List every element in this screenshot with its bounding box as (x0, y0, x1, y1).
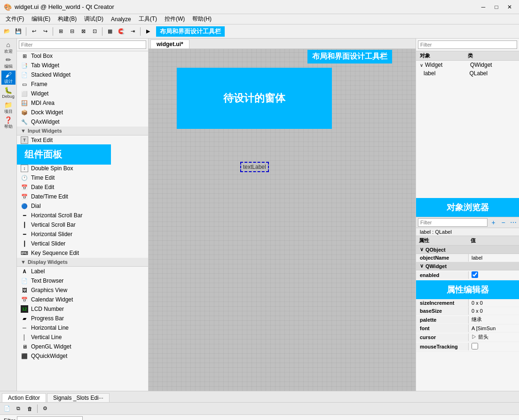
prop-objectname-value[interactable]: label (469, 254, 519, 262)
list-item[interactable]: ⌨Key Sequence Edit (17, 248, 148, 258)
property-minus-btn[interactable]: − (499, 218, 507, 227)
prop-sizeincrement-value: 0 x 0 (469, 299, 519, 307)
list-item[interactable]: ┃Vertical Slider (17, 239, 148, 248)
property-table: ∨ QObject objectName label ∨ QWidget ena… (416, 246, 519, 391)
property-filter-input[interactable] (418, 218, 488, 227)
list-item[interactable]: ━Horizontal Slider (17, 230, 148, 239)
list-item[interactable]: TText Edit (17, 135, 148, 145)
tab-action-editor[interactable]: Action Editor (2, 393, 46, 402)
tb-save-btn[interactable]: 💾 (13, 26, 24, 37)
prop-mousetracking-checkbox[interactable] (472, 343, 478, 349)
tb-undo-btn[interactable]: ↩ (29, 26, 39, 37)
item-label: Vertical Line (31, 334, 62, 341)
tree-widget-name: Widget (425, 62, 470, 68)
prop-header-value: 值 (468, 236, 519, 245)
prop-sizeincrement-label: sizeIncrement (416, 299, 469, 307)
list-item[interactable]: │Vertical Line (17, 333, 148, 342)
menu-analyze[interactable]: Analyze (107, 15, 135, 24)
tb-preview-btn[interactable]: ▶ (143, 26, 153, 37)
tb-grid-btn[interactable]: ▦ (105, 26, 115, 37)
prop-section-qwidget[interactable]: ∨ QWidget (416, 262, 519, 270)
list-item[interactable]: ┃Vertical Scroll Bar (17, 220, 148, 230)
mode-welcome[interactable]: ⌂ 欢迎 (1, 40, 16, 55)
tb-snap-btn[interactable]: 🧲 (116, 26, 126, 37)
tb-layout2-btn[interactable]: ⊟ (67, 26, 77, 37)
tb-tab-btn[interactable]: ⇥ (127, 26, 138, 37)
action-new-btn[interactable]: 📄 (2, 404, 12, 414)
component-filter (17, 39, 148, 51)
property-add-btn[interactable]: + (489, 218, 497, 227)
tb-redo-btn[interactable]: ↪ (40, 26, 50, 37)
mode-help[interactable]: ❓ 帮助 (1, 116, 16, 130)
tab-signals-slots[interactable]: Signals _Slots Edi··· (47, 393, 110, 402)
component-filter-input[interactable] (19, 40, 146, 49)
action-del-btn[interactable]: 🗑 (24, 404, 35, 414)
property-more-btn[interactable]: ⋯ (509, 218, 517, 227)
item-label: Vertical Slider (31, 240, 65, 247)
prop-enabled-checkbox[interactable] (472, 271, 478, 278)
menu-edit[interactable]: 编辑(E) (28, 14, 54, 24)
menu-help[interactable]: 帮助(H) (189, 14, 215, 24)
list-item[interactable]: ▰Progress Bar (17, 314, 148, 323)
title-text: widget.ui @ Hello_world - Qt Creator (15, 3, 478, 10)
list-item[interactable]: ALabel (17, 267, 148, 276)
item-label: Tool Box (31, 53, 53, 59)
list-item[interactable]: ─Horizontal Line (17, 323, 148, 333)
tb-layout3-btn[interactable]: ⊠ (78, 26, 88, 37)
menu-build[interactable]: 构建(B) (54, 14, 80, 24)
action-cfg-btn[interactable]: ⚙ (40, 404, 50, 414)
tree-row[interactable]: ∨ Widget QWidget (416, 61, 519, 69)
list-item[interactable]: 📅Calendar Widget (17, 295, 148, 304)
mode-debug[interactable]: 🐛 Debug (1, 86, 16, 100)
list-item[interactable]: ━Horizontal Scroll Bar (17, 211, 148, 220)
tree-expand-icon: ∨ (420, 63, 423, 68)
list-item[interactable]: 📄Text Browser (17, 276, 148, 285)
section-display-widgets[interactable]: ▼Display Widgets (17, 258, 148, 267)
list-item[interactable]: ⊞Tool Box (17, 51, 148, 61)
list-item[interactable]: ↕Double Spin Box (17, 164, 148, 173)
tb-layout4-btn[interactable]: ⊡ (89, 26, 100, 37)
mode-design[interactable]: 🖌 设计 (1, 71, 16, 85)
mode-projects[interactable]: 📁 项目 (1, 101, 16, 115)
action-filter-input[interactable] (17, 416, 83, 420)
canvas-inner[interactable]: 待设计的窗体 textLabel 布局和界面设计工具栏 (149, 49, 416, 391)
list-item[interactable]: 🖼Graphics View (17, 285, 148, 295)
list-item[interactable]: 🪟MDI Area (17, 98, 148, 108)
list-item[interactable]: ▭Frame (17, 79, 148, 89)
menu-tools[interactable]: 工具(T) (135, 14, 161, 24)
prop-mousetracking-label: mouseTracking (416, 343, 469, 350)
object-filter-input[interactable] (418, 40, 517, 49)
item-label: Dock Widget (31, 109, 63, 116)
prop-cursor-label: cursor (416, 333, 469, 341)
minimize-button[interactable]: ─ (478, 2, 489, 12)
tree-row[interactable]: label QLabel (416, 69, 519, 78)
tree-header-class: 类 (468, 52, 516, 59)
close-button[interactable]: ✕ (504, 2, 515, 12)
canvas-tab-widget[interactable]: widget.ui* (150, 40, 189, 48)
list-item[interactable]: 📅Date Edit (17, 182, 148, 192)
list-item[interactable]: ⬛QQuickWidget (17, 351, 148, 361)
list-item[interactable]: 🕐Time Edit (17, 173, 148, 182)
list-item[interactable]: 📦Dock Widget (17, 108, 148, 117)
menu-file[interactable]: 文件(F) (2, 14, 28, 24)
maximize-button[interactable]: □ (491, 2, 502, 12)
list-item[interactable]: 🖥OpenGL Widget (17, 342, 148, 351)
menu-debug[interactable]: 调试(D) (80, 14, 107, 24)
list-item[interactable]: ⬜Widget (17, 89, 148, 98)
list-item[interactable]: 📄Stacked Widget (17, 70, 148, 79)
section-input-widgets[interactable]: ▼Input Widgets (17, 127, 148, 135)
mode-edit[interactable]: ✏ 编辑 (1, 55, 16, 70)
list-item[interactable]: 12LCD Number (17, 304, 148, 314)
app-icon: 🎨 (4, 3, 12, 11)
list-item[interactable]: 🔵Dial (17, 201, 148, 211)
list-item[interactable]: 🔧QAxWidget (17, 117, 148, 127)
prop-section-qobject[interactable]: ∨ QObject (416, 246, 519, 254)
list-item[interactable]: 📅Date/Time Edit (17, 192, 148, 201)
action-copy-btn[interactable]: ⧉ (13, 404, 24, 414)
list-item[interactable]: 📑Tab Widget (17, 61, 148, 70)
label-widget[interactable]: textLabel (240, 162, 269, 172)
tb-open-btn[interactable]: 📂 (2, 26, 12, 37)
menu-widgets[interactable]: 控件(W) (161, 14, 189, 24)
dock-icon: 📦 (21, 109, 28, 116)
tb-layout1-btn[interactable]: ⊞ (55, 26, 66, 37)
